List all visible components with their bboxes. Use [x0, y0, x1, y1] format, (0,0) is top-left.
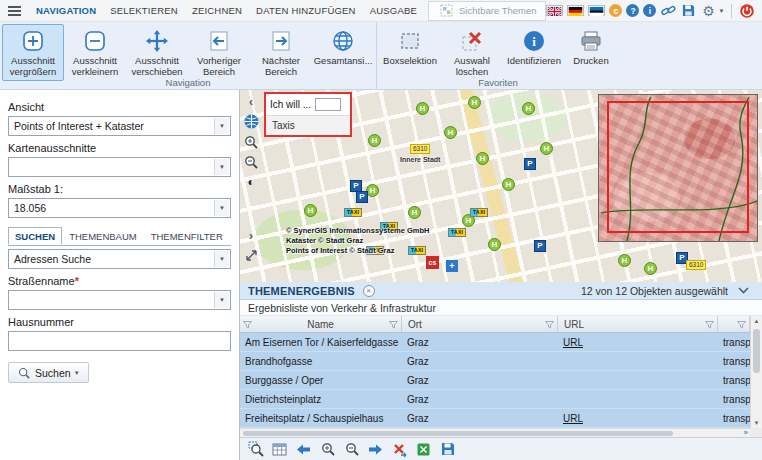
remove-selection-icon[interactable] [391, 441, 408, 458]
ich-will-input[interactable] [315, 98, 341, 111]
kartenausschnitte-select[interactable]: ▼ [8, 157, 231, 177]
bus-stop-marker[interactable]: H [444, 126, 457, 139]
scrollbar-thumb[interactable] [753, 329, 760, 373]
help-badge-icon[interactable]: ? [626, 4, 639, 17]
taxi-marker[interactable]: TAXI [470, 208, 488, 217]
flag-germany-icon[interactable] [567, 5, 584, 16]
zoom-to-selection-icon[interactable] [247, 441, 264, 458]
bus-stop-marker[interactable]: H [540, 142, 553, 155]
bus-stop-marker[interactable]: H [476, 152, 489, 165]
bus-stop-marker[interactable]: H [368, 134, 381, 147]
column-header-url[interactable]: URL [558, 316, 718, 332]
zoom-in-result-icon[interactable] [319, 441, 336, 458]
table-row[interactable]: Brandhofgasse Graz transport [240, 352, 750, 371]
ribbon-button-boxselektion[interactable]: Boxselektion [379, 24, 441, 70]
hausnummer-input[interactable] [9, 332, 230, 350]
tab-themenfilter[interactable]: THEMENFILTER [144, 227, 230, 245]
ribbon-button-vorheriger-bereich[interactable]: Vorheriger Bereich [188, 24, 250, 81]
chevron-down-icon[interactable]: ▼ [214, 292, 229, 308]
parking-marker[interactable]: P [534, 240, 546, 252]
scrollbar-thumb[interactable] [243, 431, 673, 436]
tab-suchen[interactable]: SUCHEN [8, 227, 62, 245]
tab-selektieren[interactable]: SELEKTIEREN [103, 0, 185, 22]
filter-funnel-icon[interactable] [705, 320, 714, 331]
flag-uk-icon[interactable] [546, 5, 563, 16]
ansicht-select[interactable]: Points of Interest + Kataster ▼ [8, 116, 231, 136]
export-excel-icon[interactable] [415, 441, 432, 458]
cross-marker[interactable]: + [446, 260, 458, 272]
cell-url-link[interactable]: URL [558, 337, 718, 348]
scroll-up-icon[interactable]: ▲ [751, 318, 762, 324]
bus-stop-marker[interactable]: H [522, 102, 535, 115]
bus-stop-marker[interactable]: H [468, 96, 481, 109]
tab-navigation[interactable]: NAVIGATION [29, 0, 103, 22]
table-row[interactable]: Freiheitsplatz / Schauspielhaus Graz URL… [240, 409, 750, 428]
ribbon-button-drucken[interactable]: Drucken [565, 24, 617, 70]
overview-globe-icon[interactable] [242, 113, 260, 130]
column-header-theme[interactable] [718, 316, 750, 332]
info-badge-icon[interactable]: i [643, 4, 656, 17]
bus-stop-marker[interactable]: H [618, 254, 631, 267]
filter-funnel-icon[interactable] [243, 320, 252, 331]
fullscreen-icon[interactable] [242, 247, 260, 264]
zoom-out-result-icon[interactable] [343, 441, 360, 458]
bus-stop-marker[interactable]: H [488, 238, 501, 251]
save-results-icon[interactable] [439, 441, 456, 458]
copyright-badge-icon[interactable]: c [609, 4, 622, 17]
suchdienst-select[interactable]: Adressen Suche ▼ [8, 249, 231, 269]
tab-zeichnen[interactable]: ZEICHNEN [185, 0, 249, 22]
tab-daten-hinzufuegen[interactable]: DATEN HINZUFÜGEN [249, 0, 363, 22]
ribbon-button-naechster-bereich[interactable]: Nächster Bereich [250, 24, 312, 81]
cs-logo-marker[interactable]: cs [426, 256, 439, 269]
bus-stop-marker[interactable]: H [416, 102, 429, 115]
tab-themenbaum[interactable]: THEMENBAUM [62, 227, 144, 245]
table-row[interactable]: Dietrichsteinplatz Graz transport [240, 390, 750, 409]
close-results-icon[interactable]: × [363, 285, 375, 297]
ribbon-button-identifizieren[interactable]: i Identifizieren [503, 24, 565, 70]
cell-url-link[interactable]: URL [558, 413, 718, 424]
column-header-ort[interactable]: Ort [402, 316, 558, 332]
bus-stop-marker[interactable]: H [502, 178, 515, 191]
map-zoom-in-icon[interactable] [242, 133, 260, 150]
collapse-sidebar-icon[interactable]: ‹ [242, 93, 260, 110]
sichtbare-themen-button[interactable]: Sichtbare Themen [428, 1, 546, 21]
filter-funnel-icon[interactable] [737, 320, 746, 331]
overview-map[interactable] [598, 94, 758, 242]
vertical-scrollbar[interactable]: ▲ ▼ [750, 316, 762, 428]
bus-stop-marker[interactable]: H [644, 262, 657, 275]
taxi-marker[interactable]: TAXI [344, 208, 362, 217]
scroll-right-icon[interactable]: » [744, 428, 748, 437]
table-row[interactable]: Burggasse / Oper Graz transport [240, 371, 750, 390]
suchen-button[interactable]: Suchen ▼ [8, 362, 89, 383]
map-canvas[interactable]: ‹ ◐ › Ich will ... Taxis H H [240, 90, 762, 282]
taxi-marker[interactable]: TAXI [448, 228, 466, 237]
expand-panel-icon[interactable]: › [242, 227, 260, 244]
flag-estonia-icon[interactable] [588, 5, 605, 16]
scroll-down-icon[interactable]: ▼ [751, 420, 762, 426]
ribbon-button-gesamtansicht[interactable]: Gesamtansi... [312, 24, 374, 70]
save-icon[interactable] [680, 3, 696, 19]
filter-funnel-icon[interactable] [389, 320, 398, 331]
ribbon-button-auswahl-loeschen[interactable]: Auswahl löschen [441, 24, 503, 81]
contrast-icon[interactable]: ◐ [242, 173, 260, 190]
table-row[interactable]: Am Eisernen Tor / Kaiserfeldgasse Graz U… [240, 333, 750, 352]
overview-extent-rect[interactable] [607, 101, 749, 233]
parking-marker[interactable]: P [524, 158, 536, 170]
massstab-select[interactable]: 18.056 ▼ [8, 198, 231, 218]
parking-marker[interactable]: P [356, 191, 368, 203]
ribbon-button-ausschnitt-verkleinern[interactable]: Ausschnitt verkleinern [64, 24, 126, 81]
previous-record-icon[interactable] [295, 441, 312, 458]
settings-gear-icon[interactable]: ⚙ [700, 3, 716, 19]
strassenname-input[interactable] [9, 291, 230, 309]
hamburger-menu-icon[interactable] [8, 10, 21, 12]
bus-stop-marker[interactable]: H [304, 204, 317, 217]
horizontal-scrollbar[interactable]: » [240, 428, 750, 437]
attribute-table-icon[interactable] [271, 441, 288, 458]
power-logout-icon[interactable] [739, 3, 755, 19]
ribbon-button-ausschnitt-verschieben[interactable]: Ausschnitt verschieben [126, 24, 188, 81]
bus-stop-marker[interactable]: H [408, 206, 421, 219]
next-record-icon[interactable] [367, 441, 384, 458]
collapse-panel-chevron-icon[interactable] [736, 285, 750, 297]
link-icon[interactable] [660, 3, 676, 19]
filter-funnel-icon[interactable] [545, 320, 554, 331]
